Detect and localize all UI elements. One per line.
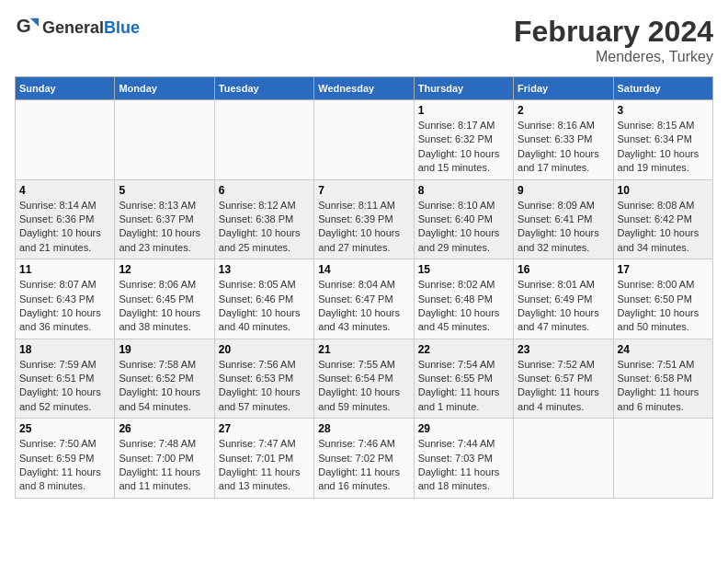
day-detail: Sunrise: 8:09 AM Sunset: 6:41 PM Dayligh…	[518, 199, 609, 256]
day-detail: Sunrise: 8:08 AM Sunset: 6:42 PM Dayligh…	[618, 199, 709, 256]
day-number: 29	[418, 422, 509, 435]
logo-text-blue: Blue	[104, 18, 140, 37]
calendar-cell: 25Sunrise: 7:50 AM Sunset: 6:59 PM Dayli…	[16, 419, 115, 499]
day-number: 18	[19, 343, 110, 356]
calendar-cell: 27Sunrise: 7:47 AM Sunset: 7:01 PM Dayli…	[214, 419, 313, 499]
calendar-cell: 29Sunrise: 7:44 AM Sunset: 7:03 PM Dayli…	[414, 419, 513, 499]
logo: G GeneralBlue	[15, 15, 140, 40]
day-detail: Sunrise: 8:00 AM Sunset: 6:50 PM Dayligh…	[618, 278, 709, 335]
calendar-week-row: 25Sunrise: 7:50 AM Sunset: 6:59 PM Dayli…	[16, 419, 713, 499]
calendar-cell: 21Sunrise: 7:55 AM Sunset: 6:54 PM Dayli…	[314, 339, 414, 419]
calendar-week-row: 18Sunrise: 7:59 AM Sunset: 6:51 PM Dayli…	[16, 339, 713, 419]
calendar-cell: 26Sunrise: 7:48 AM Sunset: 7:00 PM Dayli…	[115, 419, 214, 499]
title-area: February 2024 Menderes, Turkey	[514, 15, 713, 65]
day-detail: Sunrise: 8:10 AM Sunset: 6:40 PM Dayligh…	[418, 199, 509, 256]
calendar-week-row: 11Sunrise: 8:07 AM Sunset: 6:43 PM Dayli…	[16, 259, 713, 339]
day-number: 26	[119, 422, 210, 435]
calendar-cell: 20Sunrise: 7:56 AM Sunset: 6:53 PM Dayli…	[214, 339, 313, 419]
day-detail: Sunrise: 7:46 AM Sunset: 7:02 PM Dayligh…	[318, 437, 409, 494]
day-detail: Sunrise: 7:47 AM Sunset: 7:01 PM Dayligh…	[219, 437, 310, 494]
day-detail: Sunrise: 8:02 AM Sunset: 6:48 PM Dayligh…	[418, 278, 509, 335]
calendar-cell: 18Sunrise: 7:59 AM Sunset: 6:51 PM Dayli…	[16, 339, 115, 419]
calendar-cell: 10Sunrise: 8:08 AM Sunset: 6:42 PM Dayli…	[613, 179, 712, 259]
calendar-cell: 8Sunrise: 8:10 AM Sunset: 6:40 PM Daylig…	[414, 179, 513, 259]
calendar-cell: 4Sunrise: 8:14 AM Sunset: 6:36 PM Daylig…	[16, 179, 115, 259]
calendar-week-row: 4Sunrise: 8:14 AM Sunset: 6:36 PM Daylig…	[16, 179, 713, 259]
main-title: February 2024	[514, 15, 713, 49]
day-detail: Sunrise: 8:12 AM Sunset: 6:38 PM Dayligh…	[219, 199, 310, 256]
day-detail: Sunrise: 8:13 AM Sunset: 6:37 PM Dayligh…	[119, 199, 210, 256]
col-header-saturday: Saturday	[613, 77, 712, 100]
day-detail: Sunrise: 7:54 AM Sunset: 6:55 PM Dayligh…	[418, 358, 509, 415]
calendar-cell: 19Sunrise: 7:58 AM Sunset: 6:52 PM Dayli…	[115, 339, 214, 419]
calendar-cell	[613, 419, 712, 499]
day-number: 3	[618, 104, 709, 117]
header: G GeneralBlue February 2024 Menderes, Tu…	[15, 15, 713, 65]
calendar-cell: 9Sunrise: 8:09 AM Sunset: 6:41 PM Daylig…	[514, 179, 613, 259]
col-header-wednesday: Wednesday	[314, 77, 414, 100]
day-detail: Sunrise: 7:59 AM Sunset: 6:51 PM Dayligh…	[19, 358, 110, 415]
calendar-cell	[514, 419, 613, 499]
day-detail: Sunrise: 7:44 AM Sunset: 7:03 PM Dayligh…	[418, 437, 509, 494]
calendar-cell: 7Sunrise: 8:11 AM Sunset: 6:39 PM Daylig…	[314, 179, 414, 259]
col-header-thursday: Thursday	[414, 77, 513, 100]
calendar-table: SundayMondayTuesdayWednesdayThursdayFrid…	[15, 76, 713, 499]
logo-text-general: General	[42, 18, 104, 37]
day-detail: Sunrise: 8:11 AM Sunset: 6:39 PM Dayligh…	[318, 199, 409, 256]
svg-text:G: G	[17, 15, 31, 36]
calendar-cell: 15Sunrise: 8:02 AM Sunset: 6:48 PM Dayli…	[414, 259, 513, 339]
day-number: 24	[618, 343, 709, 356]
day-number: 8	[418, 184, 509, 197]
calendar-cell: 13Sunrise: 8:05 AM Sunset: 6:46 PM Dayli…	[214, 259, 313, 339]
day-detail: Sunrise: 7:55 AM Sunset: 6:54 PM Dayligh…	[318, 358, 409, 415]
calendar-cell: 14Sunrise: 8:04 AM Sunset: 6:47 PM Dayli…	[314, 259, 414, 339]
calendar-cell: 22Sunrise: 7:54 AM Sunset: 6:55 PM Dayli…	[414, 339, 513, 419]
col-header-sunday: Sunday	[16, 77, 115, 100]
calendar-cell: 11Sunrise: 8:07 AM Sunset: 6:43 PM Dayli…	[16, 259, 115, 339]
day-detail: Sunrise: 8:17 AM Sunset: 6:32 PM Dayligh…	[418, 119, 509, 176]
day-number: 6	[219, 184, 310, 197]
day-number: 5	[119, 184, 210, 197]
calendar-cell: 17Sunrise: 8:00 AM Sunset: 6:50 PM Dayli…	[613, 259, 712, 339]
day-detail: Sunrise: 8:15 AM Sunset: 6:34 PM Dayligh…	[618, 119, 709, 176]
day-number: 4	[19, 184, 110, 197]
day-detail: Sunrise: 8:05 AM Sunset: 6:46 PM Dayligh…	[219, 278, 310, 335]
day-detail: Sunrise: 7:58 AM Sunset: 6:52 PM Dayligh…	[119, 358, 210, 415]
calendar-cell	[214, 100, 313, 180]
col-header-monday: Monday	[115, 77, 214, 100]
calendar-week-row: 1Sunrise: 8:17 AM Sunset: 6:32 PM Daylig…	[16, 100, 713, 180]
calendar-cell: 16Sunrise: 8:01 AM Sunset: 6:49 PM Dayli…	[514, 259, 613, 339]
svg-marker-1	[30, 18, 39, 27]
calendar-cell	[115, 100, 214, 180]
calendar-cell: 23Sunrise: 7:52 AM Sunset: 6:57 PM Dayli…	[514, 339, 613, 419]
calendar-cell: 1Sunrise: 8:17 AM Sunset: 6:32 PM Daylig…	[414, 100, 513, 180]
day-number: 12	[119, 263, 210, 276]
day-number: 19	[119, 343, 210, 356]
day-number: 16	[518, 263, 609, 276]
calendar-cell: 3Sunrise: 8:15 AM Sunset: 6:34 PM Daylig…	[613, 100, 712, 180]
day-detail: Sunrise: 7:51 AM Sunset: 6:58 PM Dayligh…	[618, 358, 709, 415]
day-number: 1	[418, 104, 509, 117]
calendar-cell: 2Sunrise: 8:16 AM Sunset: 6:33 PM Daylig…	[514, 100, 613, 180]
day-detail: Sunrise: 7:52 AM Sunset: 6:57 PM Dayligh…	[518, 358, 609, 415]
calendar-cell: 5Sunrise: 8:13 AM Sunset: 6:37 PM Daylig…	[115, 179, 214, 259]
header-row: SundayMondayTuesdayWednesdayThursdayFrid…	[16, 77, 713, 100]
day-number: 27	[219, 422, 310, 435]
day-number: 17	[618, 263, 709, 276]
day-number: 14	[318, 263, 409, 276]
calendar-cell	[314, 100, 414, 180]
day-number: 21	[318, 343, 409, 356]
day-detail: Sunrise: 8:06 AM Sunset: 6:45 PM Dayligh…	[119, 278, 210, 335]
day-number: 28	[318, 422, 409, 435]
day-number: 22	[418, 343, 509, 356]
day-detail: Sunrise: 8:01 AM Sunset: 6:49 PM Dayligh…	[518, 278, 609, 335]
calendar-cell: 28Sunrise: 7:46 AM Sunset: 7:02 PM Dayli…	[314, 419, 414, 499]
day-number: 25	[19, 422, 110, 435]
day-detail: Sunrise: 7:50 AM Sunset: 6:59 PM Dayligh…	[19, 437, 110, 494]
day-number: 7	[318, 184, 409, 197]
col-header-tuesday: Tuesday	[214, 77, 313, 100]
calendar-cell: 6Sunrise: 8:12 AM Sunset: 6:38 PM Daylig…	[214, 179, 313, 259]
day-number: 10	[618, 184, 709, 197]
day-detail: Sunrise: 7:56 AM Sunset: 6:53 PM Dayligh…	[219, 358, 310, 415]
day-number: 23	[518, 343, 609, 356]
